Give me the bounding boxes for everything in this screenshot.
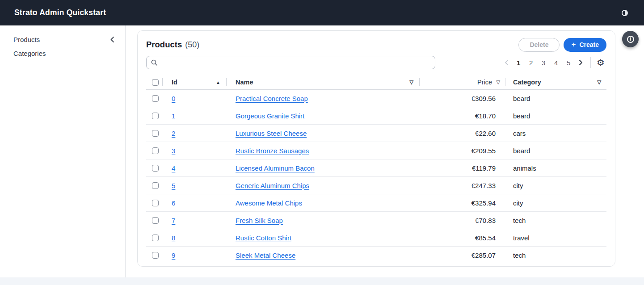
chevron-left-icon — [504, 59, 509, 66]
record-count: (50) — [185, 40, 199, 50]
column-header-id[interactable]: Id ▲ — [163, 75, 227, 89]
row-checkbox[interactable] — [152, 252, 159, 259]
table-row: 8 Rustic Cotton Shirt €85.54 travel — [146, 229, 606, 247]
row-name-link[interactable]: Gorgeous Granite Shirt — [236, 112, 304, 120]
sidebar-item-label: Categories — [13, 50, 46, 57]
card-header: Products (50) Delete + Create — [146, 38, 606, 52]
table-row: 5 Generic Aluminum Chips €247.33 city — [146, 177, 606, 194]
row-id-link[interactable]: 6 — [172, 199, 175, 207]
sidebar-item-products[interactable]: Products — [0, 33, 125, 46]
row-category: tech — [505, 217, 606, 224]
table-header-row: Id ▲ Name ▽ Price ▽ Category ▽ — [146, 75, 606, 90]
row-name-link[interactable]: Fresh Silk Soap — [236, 217, 283, 224]
page-button-5[interactable]: 5 — [562, 57, 575, 68]
table-row: 2 Luxurious Steel Cheese €22.60 cars — [146, 125, 606, 142]
sort-filter-icon: ▽ — [597, 79, 601, 85]
page-button-1[interactable]: 1 — [512, 57, 525, 68]
row-checkbox[interactable] — [152, 217, 159, 224]
row-id-link[interactable]: 1 — [172, 112, 175, 120]
row-name-link[interactable]: Sleek Metal Cheese — [236, 251, 295, 259]
pagination: 1 2 3 4 5 ⚙ — [501, 57, 606, 68]
sort-filter-icon: ▽ — [496, 79, 500, 85]
row-category: travel — [505, 234, 606, 242]
row-price: €325.94 — [420, 199, 505, 207]
page-title: Products — [146, 40, 182, 50]
gear-icon: ⚙ — [597, 58, 605, 67]
row-checkbox[interactable] — [152, 95, 159, 102]
row-checkbox[interactable] — [152, 165, 159, 172]
table-row: 1 Gorgeous Granite Shirt €18.70 beard — [146, 107, 606, 125]
column-header-category[interactable]: Category ▽ — [505, 75, 606, 89]
next-page-button[interactable] — [575, 57, 586, 68]
row-name-link[interactable]: Rustic Cotton Shirt — [236, 234, 291, 242]
delete-button[interactable]: Delete — [518, 38, 560, 52]
prev-page-button[interactable] — [501, 57, 512, 68]
column-label: Name — [236, 79, 253, 86]
products-card: Products (50) Delete + Create — [137, 30, 615, 267]
row-price: €285.07 — [420, 251, 505, 259]
create-button[interactable]: + Create — [564, 38, 606, 52]
row-checkbox[interactable] — [152, 147, 159, 154]
info-icon: i — [627, 36, 634, 43]
column-label: Category — [513, 79, 541, 86]
row-price: €247.33 — [420, 182, 505, 189]
sidebar-collapse-button[interactable] — [109, 36, 115, 43]
sidebar-item-categories[interactable]: Categories — [0, 46, 125, 60]
row-category: cars — [505, 130, 606, 137]
row-id-link[interactable]: 3 — [172, 147, 175, 155]
select-all-cell — [146, 75, 163, 89]
row-id-link[interactable]: 7 — [172, 217, 175, 224]
row-price: €85.54 — [420, 234, 505, 242]
search-input[interactable] — [161, 59, 431, 66]
theme-toggle-button[interactable] — [622, 10, 628, 16]
page-button-3[interactable]: 3 — [537, 57, 550, 68]
chevron-right-icon — [578, 59, 583, 66]
table-row: 9 Sleek Metal Cheese €285.07 tech — [146, 247, 606, 264]
row-name-link[interactable]: Awesome Metal Chips — [236, 199, 302, 207]
row-id-link[interactable]: 5 — [172, 182, 175, 189]
table-row: 6 Awesome Metal Chips €325.94 city — [146, 194, 606, 212]
row-checkbox[interactable] — [152, 182, 159, 189]
page-button-4[interactable]: 4 — [550, 57, 562, 68]
row-name-link[interactable]: Licensed Aluminum Bacon — [236, 164, 315, 172]
row-name-link[interactable]: Practical Concrete Soap — [236, 95, 308, 102]
row-id-link[interactable]: 9 — [172, 251, 175, 259]
toolbar: 1 2 3 4 5 ⚙ — [146, 56, 606, 69]
table-row: 3 Rustic Bronze Sausages €209.55 beard — [146, 142, 606, 159]
app-header: Strato Admin Quickstart — [0, 0, 644, 25]
table-row: 7 Fresh Silk Soap €70.83 tech — [146, 212, 606, 229]
settings-button[interactable]: ⚙ — [595, 58, 606, 67]
plus-icon: + — [571, 41, 576, 48]
sort-filter-icon: ▽ — [409, 79, 413, 85]
select-all-checkbox[interactable] — [152, 79, 159, 86]
row-category: tech — [505, 251, 606, 259]
info-button[interactable]: i — [622, 31, 639, 47]
row-checkbox[interactable] — [152, 200, 159, 206]
table-row: 0 Practical Concrete Soap €309.56 beard — [146, 90, 606, 107]
row-category: beard — [505, 95, 606, 102]
row-name-link[interactable]: Rustic Bronze Sausages — [236, 147, 309, 155]
row-checkbox[interactable] — [152, 130, 159, 137]
app-title: Strato Admin Quickstart — [14, 8, 622, 17]
row-id-link[interactable]: 2 — [172, 130, 175, 137]
column-header-price[interactable]: Price ▽ — [420, 75, 505, 89]
create-button-label: Create — [579, 41, 599, 48]
table-row: 4 Licensed Aluminum Bacon €119.79 animal… — [146, 159, 606, 177]
row-name-link[interactable]: Generic Aluminum Chips — [236, 182, 309, 189]
page-button-2[interactable]: 2 — [525, 57, 537, 68]
row-price: €119.79 — [420, 164, 505, 172]
column-label: Price — [477, 79, 492, 86]
main-content: i Products (50) Delete + Create — [126, 25, 644, 277]
row-category: beard — [505, 147, 606, 155]
row-category: city — [505, 199, 606, 207]
row-name-link[interactable]: Luxurious Steel Cheese — [236, 130, 307, 137]
row-price: €18.70 — [420, 112, 505, 120]
row-checkbox[interactable] — [152, 235, 159, 241]
row-id-link[interactable]: 8 — [172, 234, 175, 242]
row-checkbox[interactable] — [152, 113, 159, 119]
column-header-name[interactable]: Name ▽ — [227, 75, 420, 89]
chevron-left-icon — [109, 36, 115, 43]
row-id-link[interactable]: 0 — [172, 95, 175, 102]
header-actions: Delete + Create — [518, 38, 606, 52]
row-id-link[interactable]: 4 — [172, 164, 175, 172]
